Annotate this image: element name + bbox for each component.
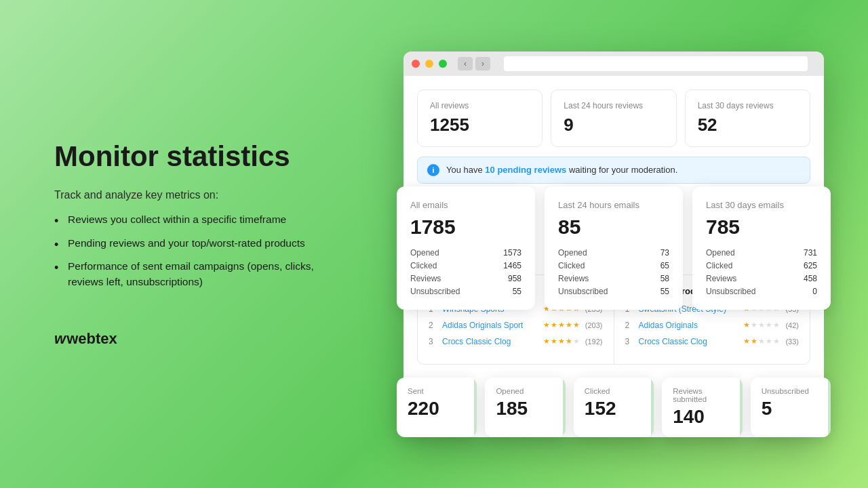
bullet-item-2: Pending reviews and your top/worst-rated… [54, 236, 339, 251]
top-product-2-count: (203) [585, 321, 603, 329]
url-bar[interactable] [504, 56, 808, 71]
worst-product-3-stars: ★★★★★ [743, 337, 780, 346]
subtitle: Track and analyze key metrics on: [54, 189, 339, 201]
all-emails-card: All emails 1785 Opened 1573 Clicked 1465 [397, 186, 535, 310]
sent-card: Sent 220 [397, 378, 477, 437]
bullet-item-3: Performance of sent email campaigns (ope… [54, 259, 339, 289]
24h-unsubscribed-row: Unsubscribed 55 [558, 287, 669, 296]
24h-clicked-row: Clicked 65 [558, 261, 669, 270]
all-reviews-row: Reviews 958 [410, 274, 521, 283]
info-icon: i [427, 164, 439, 176]
all-reviews-card: All reviews 1255 [417, 89, 542, 147]
24h-opened-row: Opened 73 [558, 248, 669, 258]
top-product-3-stars: ★★★★★ [543, 337, 580, 346]
all-unsubscribed-row: Unsubscribed 55 [410, 287, 521, 296]
back-button[interactable]: ‹ [458, 57, 473, 70]
last-24h-emails-title: Last 24 hours emails [558, 200, 669, 210]
top-product-3-name[interactable]: Crocs Classic Clog [442, 337, 538, 346]
sent-label: Sent [408, 387, 466, 395]
browser-nav: ‹ › [458, 57, 490, 70]
unsubscribed-label: Unsubscribed [762, 387, 820, 395]
forward-button[interactable]: › [475, 57, 490, 70]
worst-product-3-name[interactable]: Crocs Classic Clog [639, 337, 738, 346]
30d-clicked-row: Clicked 625 [706, 261, 817, 270]
browser-titlebar: ‹ › [403, 52, 824, 76]
logo: wwebtex [54, 330, 339, 348]
notification-text: You have 10 pending reviews waiting for … [446, 165, 677, 175]
top-product-3-count: (192) [585, 338, 603, 346]
clicked-value: 152 [585, 398, 643, 420]
all-reviews-label: All reviews [430, 101, 530, 110]
traffic-light-yellow[interactable] [425, 60, 433, 68]
unsubscribed-value: 5 [762, 398, 820, 420]
reviews-submitted-label: Reviews submitted [673, 387, 731, 403]
top-product-2-name[interactable]: Adidas Originals Sport [442, 321, 538, 330]
last-24h-value: 9 [564, 115, 663, 136]
top-product-2: 2 Adidas Originals Sport ★★★★★ (203) [429, 321, 603, 330]
notification-banner: i You have 10 pending reviews waiting fo… [417, 157, 810, 184]
unsubscribed-card: Unsubscribed 5 [751, 378, 831, 437]
traffic-light-red[interactable] [412, 60, 420, 68]
worst-product-3: 3 Crocs Classic Clog ★★★★★ (33) [625, 337, 800, 346]
email-cards: All emails 1785 Opened 1573 Clicked 1465 [397, 186, 831, 310]
last-30d-emails-card: Last 30 days emails 785 Opened 731 Click… [692, 186, 831, 310]
logo-text: wwebtex [54, 330, 117, 348]
30d-opened-row: Opened 731 [706, 248, 817, 258]
main-title: Monitor statistics [54, 140, 339, 173]
right-panel: ‹ › All reviews 1255 Last 24 hours revie… [380, 38, 868, 451]
reviews-submitted-card: Reviews submitted 140 [662, 378, 742, 437]
bullet-item-1: Reviews you collect within a specific ti… [54, 212, 339, 227]
last-24h-emails-stats: Opened 73 Clicked 65 Reviews 58 [558, 248, 669, 296]
30d-reviews-row: Reviews 458 [706, 274, 817, 283]
last-24h-emails-card: Last 24 hours emails 85 Opened 73 Clicke… [545, 186, 683, 310]
clicked-card: Clicked 152 [574, 378, 654, 437]
worst-product-2-name[interactable]: Adidas Originals [639, 321, 738, 330]
last-30d-label: Last 30 days reviews [698, 101, 797, 110]
opened-card: Opened 185 [485, 378, 565, 437]
opened-value: 185 [496, 398, 554, 420]
all-emails-title: All emails [410, 200, 521, 210]
worst-product-2: 2 Adidas Originals ★★★★★ (42) [625, 321, 800, 330]
last-30d-emails-value: 785 [706, 216, 817, 239]
top-product-2-stars: ★★★★★ [543, 321, 580, 329]
left-panel: Monitor statistics Track and analyze key… [0, 100, 380, 388]
last-24h-label: Last 24 hours reviews [564, 101, 663, 110]
bullet-list: Reviews you collect within a specific ti… [54, 212, 339, 289]
sent-value: 220 [408, 398, 466, 420]
all-clicked-row: Clicked 1465 [410, 261, 521, 270]
traffic-light-green[interactable] [439, 60, 447, 68]
last-30d-value: 52 [698, 115, 797, 136]
all-emails-stats: Opened 1573 Clicked 1465 Reviews 958 [410, 248, 521, 296]
all-opened-row: Opened 1573 [410, 248, 521, 258]
bottom-summary-cards: Sent 220 Opened 185 Clicked 152 Reviews … [397, 378, 831, 437]
clicked-label: Clicked [585, 387, 643, 395]
browser-content: All reviews 1255 Last 24 hours reviews 9… [403, 76, 824, 437]
30d-unsubscribed-row: Unsubscribed 0 [706, 287, 817, 296]
opened-label: Opened [496, 387, 554, 395]
review-stats-row: All reviews 1255 Last 24 hours reviews 9… [417, 89, 810, 147]
last-30d-emails-title: Last 30 days emails [706, 200, 817, 210]
top-product-3: 3 Crocs Classic Clog ★★★★★ (192) [429, 337, 603, 346]
worst-product-2-stars: ★★★★★ [743, 321, 780, 329]
24h-reviews-row: Reviews 58 [558, 274, 669, 283]
last-30d-reviews-card: Last 30 days reviews 52 [685, 89, 810, 147]
browser-window: ‹ › All reviews 1255 Last 24 hours revie… [403, 52, 824, 437]
last-24h-reviews-card: Last 24 hours reviews 9 [551, 89, 676, 147]
pending-reviews-link[interactable]: 10 pending reviews [485, 165, 566, 175]
reviews-submitted-value: 140 [673, 406, 731, 428]
overlay-section: All emails 1785 Opened 1573 Clicked 1465 [417, 193, 810, 424]
all-reviews-value: 1255 [430, 115, 530, 136]
last-24h-emails-value: 85 [558, 216, 669, 239]
all-emails-value: 1785 [410, 216, 521, 239]
worst-product-2-count: (42) [785, 321, 799, 329]
last-30d-emails-stats: Opened 731 Clicked 625 Reviews 458 [706, 248, 817, 296]
worst-product-3-count: (33) [785, 338, 799, 346]
